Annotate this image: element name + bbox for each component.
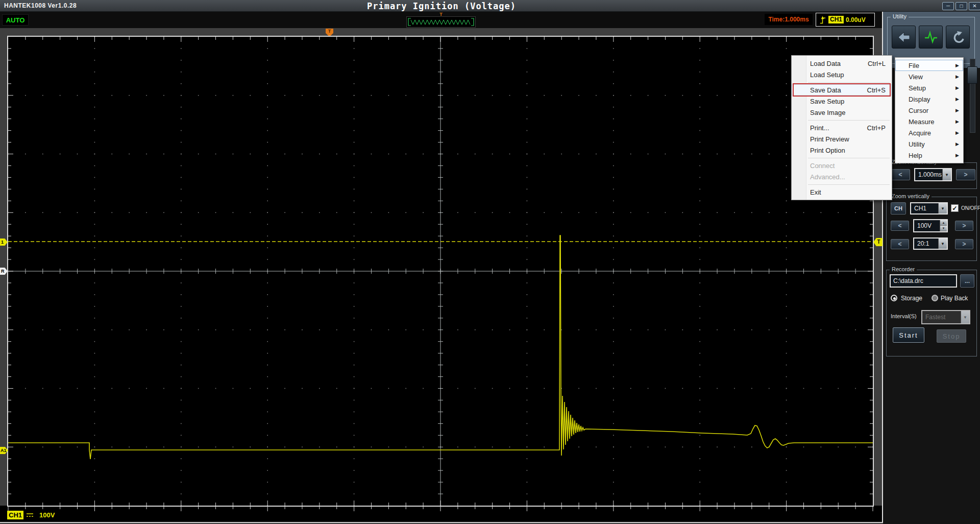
probe-decrease-button[interactable]: < xyxy=(891,239,909,249)
menu-item-print-preview[interactable]: Print Preview xyxy=(792,133,892,145)
menu-item-print-option[interactable]: Print Option xyxy=(792,145,892,156)
menu-item-print[interactable]: Print...Ctrl+P xyxy=(792,122,892,133)
acquisition-mode-badge: AUTO xyxy=(2,14,29,26)
submenu-arrow-icon: ▶ xyxy=(955,153,959,158)
submenu-arrow-icon: ▶ xyxy=(955,97,959,102)
timebase-select[interactable]: 1.000ms ▼ xyxy=(914,168,952,181)
submenu-item-label: View xyxy=(909,73,923,81)
bottom-separator xyxy=(0,522,883,523)
back-button[interactable] xyxy=(892,26,916,49)
channel-select-value: CH1 xyxy=(911,205,938,212)
spin-down-icon[interactable]: ▼ xyxy=(940,226,947,231)
channel-info-chip: CH1 100V xyxy=(7,511,55,519)
page-title: Primary Ignition (Voltage) xyxy=(0,1,883,11)
playback-radio[interactable] xyxy=(932,295,938,301)
menu-separator xyxy=(808,184,890,185)
maximize-button[interactable]: □ xyxy=(955,2,967,10)
recorder-group-label: Recorder xyxy=(890,266,917,272)
record-file-path-field[interactable]: C:\data.drc xyxy=(890,274,957,288)
spinner-arrows[interactable]: ▲▼ xyxy=(940,220,947,231)
submenu-arrow-icon: ▶ xyxy=(955,85,959,90)
autoset-button[interactable] xyxy=(919,26,943,49)
probe-increase-button[interactable]: > xyxy=(955,239,973,249)
pulse-icon xyxy=(923,30,939,44)
storage-radio[interactable] xyxy=(891,295,897,301)
undo-button[interactable] xyxy=(946,26,970,49)
submenu-item-label: Setup xyxy=(909,84,926,92)
zoom-vertically-label: Zoom vertically xyxy=(890,193,932,199)
start-button[interactable]: Start xyxy=(893,327,924,343)
menu-item-shortcut: Ctrl+S xyxy=(867,86,886,94)
submenu-item-view[interactable]: View▶ xyxy=(895,71,963,82)
menu-item-shortcut: Ctrl+L xyxy=(868,60,886,67)
submenu-item-measure[interactable]: Measure▶ xyxy=(895,116,963,127)
scope-display[interactable] xyxy=(8,37,873,506)
close-button[interactable]: ✕ xyxy=(969,2,980,10)
volts-per-div-spinner-value: 100V xyxy=(914,222,940,229)
probe-ratio-select[interactable]: 20:1 ▼ xyxy=(913,237,948,250)
submenu-item-setup[interactable]: Setup▶ xyxy=(895,82,963,93)
menu-item-save-data[interactable]: Save DataCtrl+S xyxy=(792,84,892,96)
submenu-item-label: Cursor xyxy=(909,107,928,114)
context-menu: File▶View▶Setup▶Display▶Cursor▶Measure▶A… xyxy=(895,57,964,163)
submenu-item-utility[interactable]: Utility▶ xyxy=(895,138,963,150)
chevron-down-icon[interactable]: ▼ xyxy=(938,203,947,213)
menu-item-save-setup[interactable]: Save Setup xyxy=(792,96,892,107)
channel-status-bar: CH1 100V xyxy=(0,506,883,522)
submenu-item-acquire[interactable]: Acquire▶ xyxy=(895,127,963,138)
scale-decrease-button[interactable]: < xyxy=(891,221,909,231)
submenu-arrow-icon: ▶ xyxy=(955,63,959,68)
interval-select-disabled: Fastest ▼ xyxy=(921,310,970,324)
submenu-arrow-icon: ▶ xyxy=(955,108,959,113)
submenu-arrow-icon: ▶ xyxy=(955,119,959,124)
channel-select[interactable]: CH1 ▼ xyxy=(910,202,948,215)
submenu-item-file[interactable]: File▶ xyxy=(895,60,963,71)
recorder-group: Recorder C:\data.drc ... Storage Play Ba… xyxy=(886,270,977,356)
bottom-axis-ticks xyxy=(0,507,883,513)
submenu-item-label: Utility xyxy=(909,140,925,148)
submenu-item-help[interactable]: Help▶ xyxy=(895,150,963,161)
probe-ratio-value: 20:1 xyxy=(914,240,938,247)
menu-item-label: Print Option xyxy=(810,147,845,154)
menu-item-exit[interactable]: Exit xyxy=(792,186,892,198)
waveform-preview[interactable]: T xyxy=(406,12,476,28)
menu-item-connect: Connect xyxy=(792,160,892,171)
preview-waveform-icon xyxy=(407,17,475,27)
hidden-slider-handle[interactable] xyxy=(967,66,977,84)
timebase-value: 1.000ms xyxy=(915,171,942,178)
browse-button[interactable]: ... xyxy=(960,274,974,288)
waveform-preview-box[interactable] xyxy=(406,16,476,28)
submenu-arrow-icon: ▶ xyxy=(955,141,959,147)
timebase-readout: Time:1.000ms xyxy=(765,14,813,25)
channel-button[interactable]: CH xyxy=(891,202,906,215)
chevron-down-icon: ▼ xyxy=(961,311,969,323)
chevron-down-icon[interactable]: ▼ xyxy=(942,169,951,180)
zoom-vertically-group: Zoom vertically CH CH1 ▼ ✓ ON/OFF < 100V… xyxy=(886,197,977,261)
spin-up-icon[interactable]: ▲ xyxy=(940,220,947,226)
undo-arrow-icon xyxy=(950,30,966,44)
storage-radio-label[interactable]: Storage xyxy=(901,295,922,302)
scale-increase-button[interactable]: > xyxy=(955,221,973,231)
trigger-channel-badge: CH1 xyxy=(828,16,844,23)
minimize-button[interactable]: ─ xyxy=(942,2,954,10)
submenu-arrow-icon: ▶ xyxy=(955,130,959,135)
file-menu: Load DataCtrl+LLoad SetupSave DataCtrl+S… xyxy=(791,55,892,200)
menu-item-advanced: Advanced... xyxy=(792,171,892,182)
volts-per-div-spinner[interactable]: 100V ▲▼ xyxy=(913,219,948,232)
menu-item-label: Save Setup xyxy=(810,98,844,105)
menu-item-save-image[interactable]: Save Image xyxy=(792,107,892,118)
submenu-item-display[interactable]: Display▶ xyxy=(895,93,963,105)
submenu-item-cursor[interactable]: Cursor▶ xyxy=(895,105,963,116)
chevron-down-icon[interactable]: ▼ xyxy=(938,239,947,249)
menu-item-label: Load Data xyxy=(810,60,841,67)
timebase-decrease-button[interactable]: < xyxy=(891,169,910,180)
trigger-readout: CH1 0.00uV xyxy=(816,13,875,27)
timebase-increase-button[interactable]: > xyxy=(956,169,975,180)
menu-item-label: Advanced... xyxy=(810,173,845,181)
menu-item-load-setup[interactable]: Load Setup xyxy=(792,69,892,80)
interval-label: Interval(S) xyxy=(891,313,917,319)
menu-item-load-data[interactable]: Load DataCtrl+L xyxy=(792,58,892,69)
playback-radio-label[interactable]: Play Back xyxy=(941,295,968,302)
submenu-item-label: File xyxy=(909,62,919,69)
channel-onoff-checkbox[interactable]: ✓ xyxy=(951,204,959,212)
